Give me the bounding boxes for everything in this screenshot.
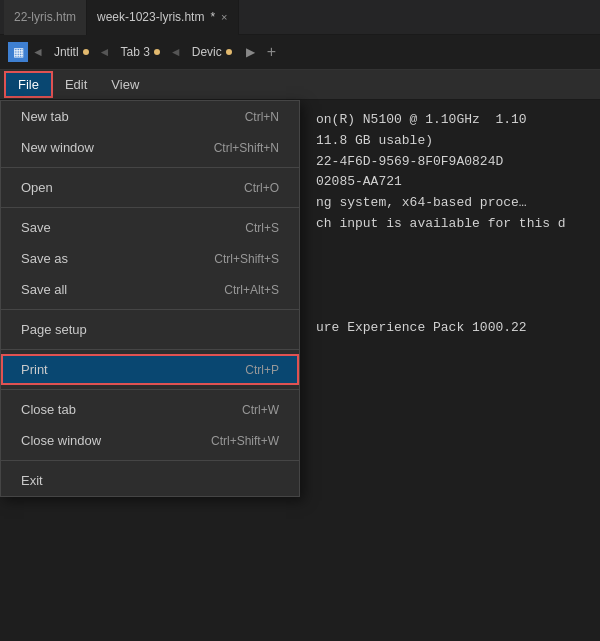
menu-item-save-as[interactable]: Save as Ctrl+Shift+S — [1, 243, 299, 274]
editor-content: on(R) N5100 @ 1.10GHz 1.10 11.8 GB usabl… — [300, 100, 600, 349]
content-line-9 — [316, 276, 584, 297]
menu-item-print[interactable]: Print Ctrl+P — [1, 354, 299, 385]
nav-separator-1: ◄ — [99, 45, 111, 59]
menu-item-new-tab-shortcut: Ctrl+N — [245, 110, 279, 124]
top-nav: ▦ ◄ Jntitl ◄ Tab 3 ◄ Devic ▶ + — [0, 35, 600, 70]
content-line-1: on(R) N5100 @ 1.10GHz 1.10 — [316, 110, 584, 131]
content-line-5: ng system, x64-based proce… — [316, 193, 584, 214]
nav-item-tab3[interactable]: Tab 3 — [114, 43, 165, 61]
menu-item-exit[interactable]: Exit — [1, 465, 299, 496]
separator-5 — [1, 389, 299, 390]
menu-edit[interactable]: Edit — [53, 73, 99, 96]
menu-item-exit-label: Exit — [21, 473, 43, 488]
menu-edit-label: Edit — [65, 77, 87, 92]
nav-play-icon[interactable]: ▶ — [242, 45, 259, 59]
menu-item-print-shortcut: Ctrl+P — [245, 363, 279, 377]
content-line-10 — [316, 297, 584, 318]
menu-item-new-window[interactable]: New window Ctrl+Shift+N — [1, 132, 299, 163]
nav-item-devic[interactable]: Devic — [186, 43, 238, 61]
menu-item-save-all-shortcut: Ctrl+Alt+S — [224, 283, 279, 297]
tab-1[interactable]: 22-lyris.htm — [4, 0, 87, 35]
menu-item-save-label: Save — [21, 220, 51, 235]
menu-bar: File Edit View — [0, 70, 600, 100]
tab-bar: 22-lyris.htm week-1023-lyris.htm * × — [0, 0, 600, 35]
separator-1 — [1, 167, 299, 168]
menu-item-new-tab-label: New tab — [21, 109, 69, 124]
menu-item-close-window-label: Close window — [21, 433, 101, 448]
content-line-4: 02085-AA721 — [316, 172, 584, 193]
menu-file[interactable]: File — [4, 71, 53, 98]
nav-item-tab3-dot — [154, 49, 160, 55]
separator-2 — [1, 207, 299, 208]
tab-2-close[interactable]: × — [221, 11, 227, 23]
menu-item-save-as-shortcut: Ctrl+Shift+S — [214, 252, 279, 266]
separator-3 — [1, 309, 299, 310]
nav-separator-2: ◄ — [170, 45, 182, 59]
separator-4 — [1, 349, 299, 350]
nav-item-jntitl[interactable]: Jntitl — [48, 43, 95, 61]
menu-view-label: View — [111, 77, 139, 92]
nav-item-jntitl-label: Jntitl — [54, 45, 79, 59]
menu-item-new-window-shortcut: Ctrl+Shift+N — [214, 141, 279, 155]
menu-item-save-all[interactable]: Save all Ctrl+Alt+S — [1, 274, 299, 305]
tab-2-label: week-1023-lyris.htm — [97, 10, 204, 24]
menu-item-page-setup[interactable]: Page setup — [1, 314, 299, 345]
content-line-8 — [316, 256, 584, 277]
menu-view[interactable]: View — [99, 73, 151, 96]
menu-item-close-window[interactable]: Close window Ctrl+Shift+W — [1, 425, 299, 456]
menu-item-save-as-label: Save as — [21, 251, 68, 266]
nav-grid-icon: ▦ — [8, 42, 28, 62]
content-line-11: ure Experience Pack 1000.22 — [316, 318, 584, 339]
menu-item-save[interactable]: Save Ctrl+S — [1, 212, 299, 243]
nav-item-devic-label: Devic — [192, 45, 222, 59]
content-line-3: 22-4F6D-9569-8F0F9A0824D — [316, 152, 584, 173]
nav-back-arrow[interactable]: ◄ — [32, 45, 44, 59]
menu-item-save-all-label: Save all — [21, 282, 67, 297]
menu-item-close-tab-shortcut: Ctrl+W — [242, 403, 279, 417]
content-line-2: 11.8 GB usable) — [316, 131, 584, 152]
content-line-7 — [316, 235, 584, 256]
tab-2[interactable]: week-1023-lyris.htm * × — [87, 0, 238, 35]
tab-1-label: 22-lyris.htm — [14, 10, 76, 24]
menu-item-close-tab[interactable]: Close tab Ctrl+W — [1, 394, 299, 425]
menu-item-open[interactable]: Open Ctrl+O — [1, 172, 299, 203]
file-dropdown: New tab Ctrl+N New window Ctrl+Shift+N O… — [0, 100, 300, 497]
menu-item-print-label: Print — [21, 362, 48, 377]
menu-file-label: File — [18, 77, 39, 92]
content-line-6: ch input is available for this d — [316, 214, 584, 235]
menu-item-open-label: Open — [21, 180, 53, 195]
menu-item-open-shortcut: Ctrl+O — [244, 181, 279, 195]
nav-item-tab3-label: Tab 3 — [120, 45, 149, 59]
tab-2-modified: * — [210, 10, 215, 24]
separator-6 — [1, 460, 299, 461]
menu-item-new-tab[interactable]: New tab Ctrl+N — [1, 101, 299, 132]
nav-item-devic-dot — [226, 49, 232, 55]
menu-item-save-shortcut: Ctrl+S — [245, 221, 279, 235]
menu-item-new-window-label: New window — [21, 140, 94, 155]
nav-plus-icon[interactable]: + — [263, 43, 280, 61]
nav-item-jntitl-dot — [83, 49, 89, 55]
menu-item-close-tab-label: Close tab — [21, 402, 76, 417]
menu-item-page-setup-label: Page setup — [21, 322, 87, 337]
menu-item-close-window-shortcut: Ctrl+Shift+W — [211, 434, 279, 448]
